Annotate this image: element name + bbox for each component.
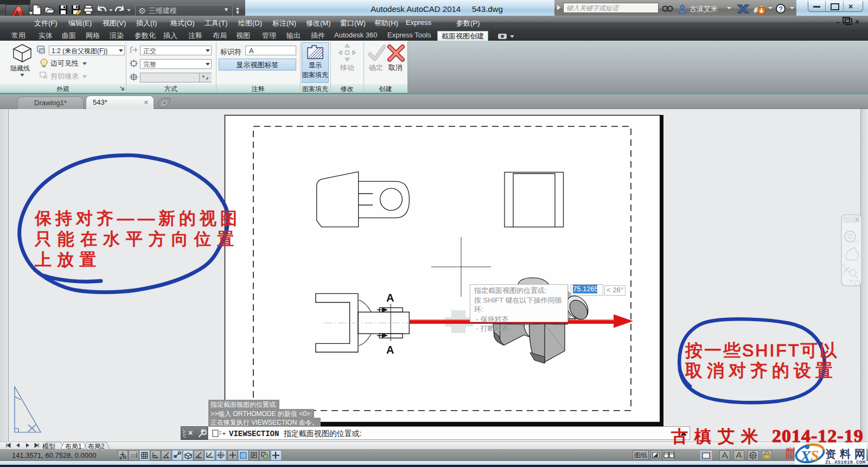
- svg-text:2D: 2D: [853, 239, 859, 244]
- svg-text:ZL.XS1616.COM: ZL.XS1616.COM: [825, 459, 865, 465]
- svg-text:A: A: [386, 344, 394, 356]
- svg-text:X: X: [800, 447, 812, 465]
- svg-text:S: S: [810, 447, 819, 464]
- svg-text:资料网: 资料网: [825, 448, 868, 460]
- svg-text:A: A: [386, 292, 394, 304]
